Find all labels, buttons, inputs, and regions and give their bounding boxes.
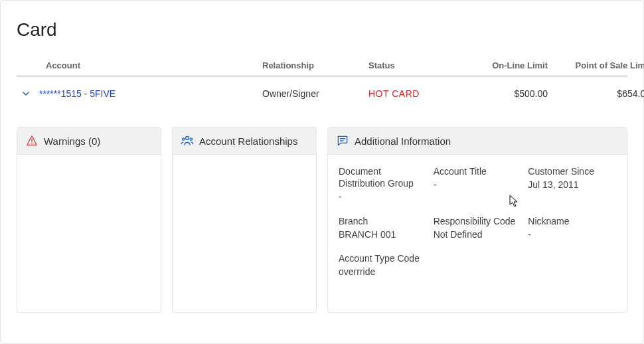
field-nickname: Nickname - [528, 215, 616, 240]
field-value: overrride [339, 266, 427, 278]
account-link[interactable]: ******1515 - 5FIVE [39, 88, 116, 99]
field-value: - [434, 179, 522, 191]
card-container: Card Account Relationship Status On-Line… [0, 0, 644, 344]
warning-icon [25, 134, 39, 147]
warnings-panel-header: Warnings (0) [17, 128, 161, 155]
field-customer-since: Customer Since Jul 13, 2011 [528, 165, 616, 203]
warnings-panel: Warnings (0) [17, 127, 161, 313]
relationships-panel: Account Relationships [172, 127, 317, 313]
warnings-title: Warnings (0) [44, 135, 100, 147]
header-account: Account [17, 60, 262, 70]
field-value: Not Defined [434, 228, 522, 240]
field-account-title: Account Title - [434, 165, 522, 203]
header-status: Status [368, 60, 461, 70]
cell-status: HOT CARD [368, 88, 461, 99]
additional-info-panel: Additional Information Document Distribu… [327, 127, 627, 313]
relationships-title: Account Relationships [199, 135, 297, 147]
cell-pos-limit: $654.00 [548, 88, 644, 99]
svg-point-1 [31, 143, 33, 144]
field-label: Document Distribution Group [339, 165, 427, 189]
panels-row: Warnings (0) Account Relationships [17, 127, 627, 313]
header-pos-limit: Point of Sale Limit [548, 60, 644, 70]
field-label: Nickname [528, 215, 616, 227]
people-icon [181, 134, 194, 147]
cell-online-limit: $500.00 [461, 88, 548, 99]
field-value: BRANCH 001 [339, 228, 427, 240]
additional-info-body: Document Distribution Group - Account Ti… [328, 155, 627, 312]
field-value: - [339, 191, 427, 203]
additional-info-panel-header: Additional Information [328, 128, 627, 155]
field-label: Customer Since [528, 165, 616, 177]
header-online-limit: On-Line Limit [461, 60, 548, 70]
svg-point-4 [190, 138, 192, 140]
field-branch: Branch BRANCH 001 [339, 215, 427, 240]
field-label: Responsibility Code [434, 215, 522, 227]
field-value: - [528, 228, 616, 240]
field-label: Branch [339, 215, 427, 227]
warnings-panel-body [17, 155, 161, 312]
field-value: Jul 13, 2011 [528, 179, 616, 191]
field-account-type-code: Account Type Code overrride [339, 252, 427, 278]
relationships-panel-body [173, 155, 316, 312]
additional-info-title: Additional Information [355, 135, 451, 147]
table-header-row: Account Relationship Status On-Line Limi… [17, 60, 627, 76]
page-title: Card [17, 19, 627, 41]
card-table: Account Relationship Status On-Line Limi… [17, 60, 627, 111]
svg-point-3 [183, 138, 185, 140]
relationships-panel-header: Account Relationships [173, 128, 316, 155]
field-label: Account Type Code [339, 252, 427, 264]
field-responsibility-code: Responsibility Code Not Defined [434, 215, 522, 240]
comment-icon [336, 134, 349, 147]
field-document-distribution-group: Document Distribution Group - [339, 165, 427, 203]
header-relationship: Relationship [262, 60, 368, 70]
table-row: ******1515 - 5FIVE Owner/Signer HOT CARD… [17, 76, 627, 111]
field-label: Account Title [434, 165, 522, 177]
chevron-down-icon[interactable] [22, 90, 30, 98]
cell-relationship: Owner/Signer [262, 88, 368, 99]
svg-point-2 [186, 136, 189, 139]
